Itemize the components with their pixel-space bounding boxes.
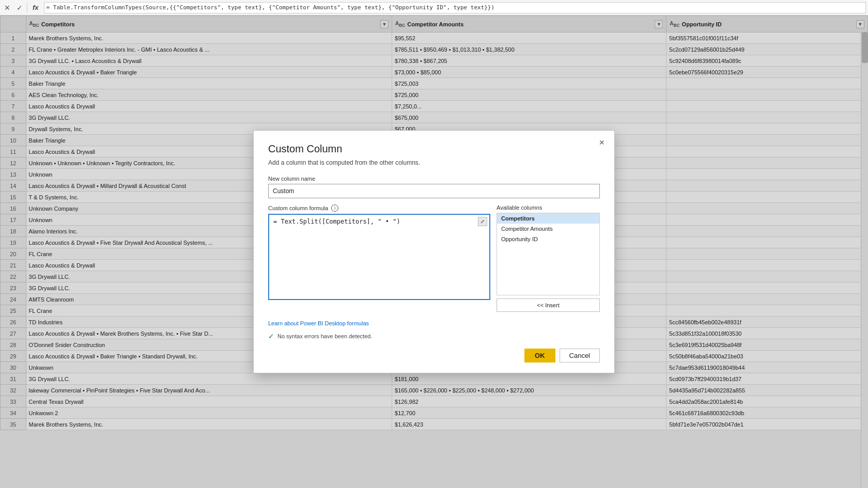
close-icon[interactable]: ✕ bbox=[2, 3, 12, 13]
dialog-close-button[interactable]: × bbox=[596, 137, 607, 148]
dialog-title: Custom Column bbox=[268, 143, 600, 155]
available-columns-label: Available columns bbox=[497, 204, 600, 211]
modal-overlay: × Custom Column Add a column that is com… bbox=[0, 15, 868, 488]
insert-button[interactable]: << Insert bbox=[497, 298, 600, 312]
formula-bar: ✕ ✓ fx bbox=[0, 0, 868, 15]
separator bbox=[27, 3, 27, 12]
status-text: No syntax errors have been detected. bbox=[277, 333, 372, 339]
ok-button[interactable]: OK bbox=[524, 349, 555, 363]
column-name-label: New column name bbox=[268, 176, 600, 182]
formula-input[interactable] bbox=[44, 2, 866, 13]
status-check-icon: ✓ bbox=[268, 332, 274, 340]
dialog-subtitle: Add a column that is computed from the o… bbox=[268, 159, 600, 166]
formula-textarea-wrapper: ⤢ bbox=[268, 214, 490, 300]
formula-expand-button[interactable]: ⤢ bbox=[478, 217, 487, 226]
sheet-container: ABC Competitors ▼ ABC Competitor Amounts… bbox=[0, 15, 868, 488]
formula-section: Custom column formula i ⤢ Available colu… bbox=[268, 204, 600, 312]
available-column-item[interactable]: Opportunity ID bbox=[497, 234, 599, 244]
available-columns-list: CompetitorsCompetitor AmountsOpportunity… bbox=[497, 213, 600, 295]
cancel-button[interactable]: Cancel bbox=[560, 349, 600, 363]
available-column-item[interactable]: Competitor Amounts bbox=[497, 224, 599, 234]
formula-area: Custom column formula i ⤢ bbox=[268, 204, 490, 312]
formula-header: Custom column formula i bbox=[268, 204, 490, 212]
check-icon[interactable]: ✓ bbox=[14, 3, 25, 13]
dialog-footer: OK Cancel bbox=[268, 349, 600, 363]
available-column-item[interactable]: Competitors bbox=[497, 213, 599, 224]
fx-label: fx bbox=[29, 4, 42, 11]
available-columns-area: Available columns CompetitorsCompetitor … bbox=[497, 204, 600, 312]
column-name-input[interactable] bbox=[268, 184, 600, 198]
custom-column-dialog: × Custom Column Add a column that is com… bbox=[253, 130, 615, 373]
formula-textarea[interactable] bbox=[269, 215, 489, 297]
status-bar: ✓ No syntax errors have been detected. bbox=[268, 332, 600, 340]
info-icon[interactable]: i bbox=[331, 204, 338, 212]
formula-label: Custom column formula bbox=[268, 205, 328, 211]
learn-link[interactable]: Learn about Power BI Desktop formulas bbox=[268, 320, 369, 326]
